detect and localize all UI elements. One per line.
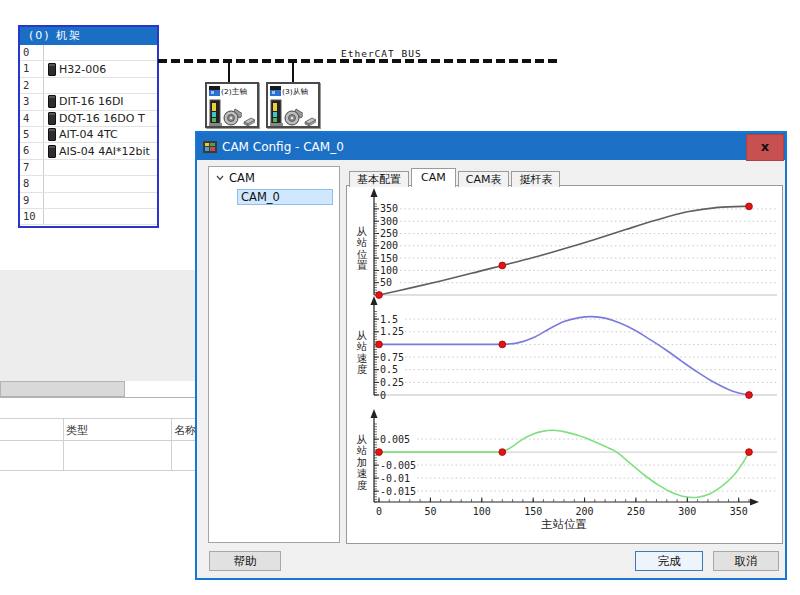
cam-tree-panel: CAM CAM_0: [208, 166, 340, 543]
device-label: (3)从轴: [282, 86, 308, 96]
dialog-body: CAM CAM_0 基本配置CAMCAM表挺杆表 501001502002503…: [197, 160, 785, 578]
table-border: [0, 418, 195, 419]
table-column-line: [63, 418, 64, 470]
rack-row[interactable]: 7: [20, 160, 157, 176]
device-box[interactable]: (3)从轴: [266, 82, 320, 128]
y-axis-title-char: 从: [357, 433, 368, 445]
device-box[interactable]: (2)主轴: [205, 82, 259, 128]
y-tick-label: 0.75: [380, 352, 404, 363]
y-tick-label: 300: [380, 216, 398, 227]
table-header-name: 名称: [174, 423, 196, 438]
y-axis-title-char: 度: [357, 479, 368, 491]
chevron-down-icon: [216, 175, 224, 181]
close-button[interactable]: x: [746, 134, 784, 161]
y-tick-label: -0.01: [380, 473, 410, 484]
y-axis-title-char: 位: [357, 248, 368, 260]
rack-module-cell: [44, 193, 48, 208]
rack-row[interactable]: 0: [20, 45, 157, 61]
y-axis-title-char: 加: [357, 456, 368, 468]
rack-row[interactable]: 10: [20, 209, 157, 225]
y-tick-label: 1.25: [380, 326, 404, 337]
tree-node-cam[interactable]: CAM: [209, 167, 339, 187]
device-header: (2)主轴: [209, 85, 255, 97]
y-tick-label: 0: [380, 390, 386, 401]
rack-slot-number: 4: [20, 111, 44, 126]
rack-row[interactable]: 1H32-006: [20, 61, 157, 77]
tab-strip: 基本配置CAMCAM表挺杆表: [349, 168, 562, 186]
servo-drive-icon: [209, 99, 222, 127]
tree-root-label: CAM: [229, 171, 255, 185]
tab-基本配置[interactable]: 基本配置: [349, 171, 409, 187]
curve-1: [379, 317, 749, 395]
coupler-icon: [243, 116, 255, 127]
background-dock-tab[interactable]: [0, 381, 125, 397]
rack-slot-number: 10: [20, 209, 44, 224]
table-row-line: [0, 470, 195, 471]
tab-CAM表[interactable]: CAM表: [458, 171, 510, 187]
tab-挺杆表[interactable]: 挺杆表: [511, 171, 560, 187]
cam-charts[interactable]: 50100150200250300350从站位置00.250.50.751.25…: [347, 186, 782, 543]
y-axis-title-char: 从: [357, 329, 368, 341]
y-tick-label: 250: [380, 228, 398, 239]
finish-button[interactable]: 完成: [635, 551, 703, 571]
rack-widget[interactable]: (0) 机架 01H32-00623DIT-16 16DI4DQT-16 16D…: [18, 25, 159, 228]
bus-drop-line: [228, 63, 230, 82]
rack-module-cell: DIT-16 16DI: [44, 94, 124, 109]
cam-point[interactable]: [746, 203, 753, 210]
y-tick-label: 100: [380, 265, 398, 276]
chart-0: 50100150200250300350从站位置: [357, 188, 777, 298]
cam-point[interactable]: [376, 449, 383, 456]
bus-drop-line: [292, 63, 294, 82]
y-tick-label: 150: [380, 253, 398, 264]
rack-module-label: AIS-04 4AI*12bit: [59, 145, 150, 158]
y-tick-label: 200: [380, 240, 398, 251]
rack-module-cell: DQT-16 16DO T: [44, 111, 145, 126]
plc-icon: [209, 86, 220, 96]
motor-icon: [223, 105, 243, 127]
rack-row[interactable]: 9: [20, 193, 157, 209]
cam-point[interactable]: [376, 341, 383, 348]
help-button[interactable]: 帮助: [209, 551, 281, 571]
rack-module-cell: [44, 160, 48, 175]
x-tick-label: 50: [424, 506, 436, 517]
cancel-button[interactable]: 取消: [713, 551, 779, 571]
table-header-type: 类型: [66, 423, 88, 438]
y-tick-label: 1.5: [380, 314, 398, 325]
device-header: (3)从轴: [270, 85, 316, 97]
cam-point[interactable]: [376, 292, 383, 299]
rack-module-cell: [44, 209, 48, 224]
cam-point[interactable]: [499, 341, 506, 348]
rack-row[interactable]: 6AIS-04 4AI*12bit: [20, 143, 157, 159]
y-axis-title-char: 速: [357, 352, 368, 364]
module-icon: [48, 63, 56, 76]
dialog-titlebar[interactable]: CAM Config - CAM_0 x: [197, 133, 785, 160]
cam-tab-page: 50100150200250300350从站位置00.250.50.751.25…: [346, 185, 783, 544]
rack-module-cell: [44, 45, 48, 60]
cam-point[interactable]: [499, 262, 506, 269]
rack-module-cell: [44, 78, 48, 93]
background-divider: [0, 397, 195, 398]
bus-label: EtherCAT BUS: [341, 48, 422, 59]
rack-row[interactable]: 2: [20, 78, 157, 94]
curve-0: [379, 206, 749, 295]
tree-node-cam0[interactable]: CAM_0: [237, 189, 333, 205]
tab-CAM[interactable]: CAM: [411, 168, 456, 187]
rack-row[interactable]: 4DQT-16 16DO T: [20, 111, 157, 127]
module-icon: [48, 145, 56, 158]
cam-point[interactable]: [746, 392, 753, 399]
rack-row[interactable]: 3DIT-16 16DI: [20, 94, 157, 110]
cam-point[interactable]: [499, 449, 506, 456]
table-row-line: [0, 440, 195, 441]
rack-slot-number: 5: [20, 127, 44, 142]
rack-slot-number: 9: [20, 193, 44, 208]
x-tick-label: 150: [524, 506, 542, 517]
rack-row[interactable]: 5AIT-04 4TC: [20, 127, 157, 143]
rack-row[interactable]: 8: [20, 176, 157, 192]
table-column-line: [171, 418, 172, 470]
y-axis-title-char: 站: [357, 236, 368, 248]
y-tick-label: 0.25: [380, 377, 404, 388]
cam-point[interactable]: [746, 449, 753, 456]
background-panel: [0, 270, 195, 381]
rack-slot-number: 6: [20, 143, 44, 158]
rack-slot-number: 2: [20, 78, 44, 93]
